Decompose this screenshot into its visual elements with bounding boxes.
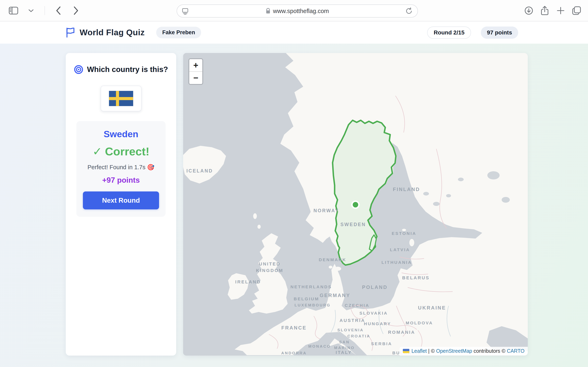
map-panel[interactable]: ICELANDNORWAYSWEDENFINLANDESTONIALATVIAL… [183,53,528,356]
map-country-label: MARINO [334,346,355,350]
map-islet [409,239,414,246]
tab-overview-icon[interactable] [571,5,582,16]
openstreetmap-link[interactable]: OpenStreetMap [436,348,472,354]
map-country-label: ROMANIA [388,330,415,335]
map-country-label: FINLAND [393,187,420,192]
downloads-icon[interactable] [523,5,534,16]
chevron-down-icon[interactable] [26,5,36,16]
map-country-label: MONACO [308,344,331,349]
ukraine-flag-icon [403,349,409,353]
carto-link[interactable]: CARTO [507,348,525,354]
round-badge: Round 2/15 [427,26,471,39]
new-tab-icon[interactable] [555,5,566,16]
address-bar[interactable]: www.spottheflag.com [177,4,418,17]
page-background: Which country is this? Sweden ✓ Correct!… [0,44,588,367]
map-islet [335,267,341,271]
map-country-label: CROATIA [347,334,370,338]
points-gained: +97 points [102,176,140,184]
map-islet [253,213,257,219]
map-country-label: MOLDOVA [406,320,433,325]
map-country-label: SWEDEN [341,222,366,227]
map-country-label: BELARUS [402,275,430,280]
quiz-panel: Which country is this? Sweden ✓ Correct!… [66,53,176,356]
map-country-label: LATVIA [390,247,410,252]
page-title: World Flag Quiz [80,28,145,37]
guess-marker [352,201,359,208]
map-country-label: BELGIUM [294,296,319,301]
map-country-label: DENMARK [319,257,346,262]
answer-country: Sweden [104,129,138,140]
flag-icon [66,27,75,38]
url-text: www.spottheflag.com [273,8,329,15]
lock-icon [266,8,270,14]
map-country-label: FRANCE [281,325,307,331]
back-icon[interactable] [53,5,64,16]
target-icon [74,65,83,74]
flag-card [101,86,141,111]
check-icon: ✓ [93,145,102,158]
map-country-label: CZECHIA [345,303,369,308]
map-country-label: LITHUANIA [381,260,412,265]
map-country-label: SLOVENIA [337,328,364,332]
forward-icon[interactable] [71,5,81,16]
map-country-label: NETHERLANDS [291,284,332,289]
browser-toolbar: www.spottheflag.com [0,0,588,21]
map-country-label: UNITED [259,261,281,267]
attribution-separator: | © [427,348,436,354]
map-islet [258,225,261,229]
map-country-label: HUNGARY [364,321,391,326]
app-header: World Flag Quiz Fake Preben Round 2/15 9… [0,21,588,44]
map-country-label: KINGDOM [256,268,283,273]
next-round-button[interactable]: Next Round [83,192,159,209]
map-country-label: UKRAINE [418,305,446,310]
result-card: Sweden ✓ Correct! Perfect! Found in 1.7s… [76,121,165,217]
player-badge: Fake Preben [156,27,201,38]
map-country-label: SLOVAKIA [360,311,388,315]
map-zoom-control: + − [189,58,203,85]
map-islet [329,266,332,268]
map-attribution: Leaflet | © OpenStreetMap contributors ©… [399,347,528,356]
result-detail: Perfect! Found in 1.7s 🎯 [87,164,155,171]
leaflet-link[interactable]: Leaflet [411,348,427,354]
map-country-label: IRELAND [235,279,261,284]
europe-map[interactable]: ICELANDNORWAYSWEDENFINLANDESTONIALATVIAL… [183,53,528,355]
map-country-label: AUSTRIA [339,318,365,323]
map-country-label: SERBIA [371,341,392,346]
map-country-label: GERMANY [320,292,351,298]
map-country-label: ANDORRA [281,351,307,355]
map-country-label: ESTONIA [392,231,416,236]
zoom-out-button[interactable]: − [189,72,202,84]
correct-row: ✓ Correct! [93,145,149,158]
map-country-label: NORWAY [314,208,339,213]
question-text: Which country is this? [87,65,168,74]
toolbar-divider [44,6,45,15]
attribution-contributors: contributors © [472,348,507,354]
zoom-in-button[interactable]: + [189,59,202,71]
reload-icon[interactable] [405,7,413,15]
map-country-label: POLAND [362,284,388,290]
sweden-flag-image [109,91,133,106]
sidebar-toggle-icon[interactable] [8,5,19,16]
correct-text: Correct! [105,145,149,158]
map-country-label: LUXEMBOURG [294,303,330,307]
score-badge: 97 points [481,26,518,39]
map-country-label: ICELAND [186,168,213,174]
share-icon[interactable] [539,5,550,16]
map-country-label: ITALY [336,350,352,355]
map-country-label: SAN [339,340,350,344]
